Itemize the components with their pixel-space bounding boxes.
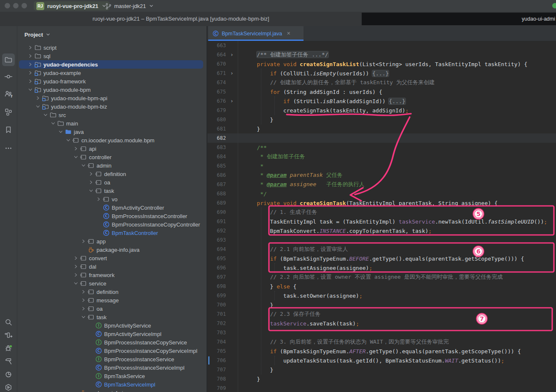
commit-icon[interactable]: [2, 70, 15, 83]
chevron-expanded-icon[interactable]: [49, 120, 57, 127]
code-line-692[interactable]: 692 BpmTaskConvert.INSTANCE.copyTo(paren…: [207, 226, 556, 235]
tree-item-service[interactable]: service: [17, 279, 207, 288]
chevron-collapsed-icon[interactable]: [72, 272, 80, 278]
tree-item-java[interactable]: java: [17, 128, 207, 136]
tree-item-definition[interactable]: definition: [17, 288, 207, 296]
chevron-expanded-icon[interactable]: [80, 314, 87, 320]
code-line-690[interactable]: 690 // 1. 生成子任务: [207, 208, 556, 217]
chevron-collapsed-icon[interactable]: [72, 263, 80, 270]
chevron-collapsed-icon[interactable]: [80, 238, 87, 245]
code-line-700[interactable]: 700 }: [207, 300, 556, 309]
chevron-collapsed-icon[interactable]: [27, 53, 34, 59]
line-number[interactable]: 670: [207, 61, 226, 67]
line-number[interactable]: 706: [207, 357, 226, 363]
code-line-698[interactable]: 698 } else {: [207, 282, 556, 291]
tree-item-bpmprocessinstancecopycontroller[interactable]: CBpmProcessInstanceCopyController: [17, 220, 207, 229]
line-number[interactable]: 698: [207, 283, 226, 289]
code-line-686[interactable]: 686 * @param parentTask 父任务: [207, 171, 556, 180]
close-window-button[interactable]: [5, 3, 10, 8]
line-number[interactable]: 705: [207, 348, 226, 354]
tree-item-main[interactable]: main: [17, 119, 207, 128]
line-number[interactable]: 676: [207, 98, 226, 104]
code-line-683[interactable]: 683 /**: [207, 143, 556, 152]
line-number[interactable]: 679: [207, 107, 226, 113]
code-line-706[interactable]: 706 updateTaskStatus(task.getId(), BpmTa…: [207, 356, 556, 365]
line-number[interactable]: 663: [207, 43, 226, 48]
code-line-670[interactable]: 670 private void createSignTaskList(List…: [207, 59, 556, 69]
code-line-679[interactable]: 679 createSignTask(taskEntity, addSignId…: [207, 106, 556, 115]
tree-item-package-info-java[interactable]: package-info.java: [17, 389, 207, 392]
chevron-collapsed-icon[interactable]: [27, 69, 34, 76]
line-number[interactable]: 685: [207, 163, 226, 169]
line-number[interactable]: 686: [207, 172, 226, 178]
code-line-705[interactable]: 705 if (BpmTaskSignTypeEnum.AFTER.getTyp…: [207, 347, 556, 356]
line-number[interactable]: 699: [207, 293, 226, 299]
code-line-693[interactable]: 693: [207, 235, 556, 245]
tree-item-bpmprocessinstancecopyserviceimpl[interactable]: CBpmProcessInstanceCopyServiceImpl: [17, 347, 207, 355]
tree-item-bpmprocessinstanceserviceimpl[interactable]: CBpmProcessInstanceServiceImpl: [17, 363, 207, 372]
code-line-675[interactable]: 675 for (String addSignId : userIds) {: [207, 87, 556, 96]
more-tools-icon[interactable]: [2, 142, 15, 155]
chevron-expanded-icon[interactable]: [42, 112, 49, 118]
code-line-688[interactable]: 688 */: [207, 189, 556, 198]
chevron-collapsed-icon[interactable]: [80, 288, 87, 295]
line-number[interactable]: 691: [207, 219, 226, 224]
background-window-titlebar[interactable]: yudao-ui-admi: [362, 13, 556, 25]
line-number[interactable]: 671: [207, 70, 226, 76]
code-line-684[interactable]: 684 * 创建加签子任务: [207, 152, 556, 161]
code-line-697[interactable]: 697 // 2.2 向后加签，设置 owner 不设置 assignee 是因…: [207, 272, 556, 282]
tab-bpmtaskserviceimpl[interactable]: C BpmTaskServiceImpl.java ✕: [208, 26, 304, 41]
tree-item-task[interactable]: task: [17, 313, 207, 321]
project-panel-header[interactable]: Project: [24, 26, 51, 43]
tree-item-controller[interactable]: controller: [17, 153, 207, 161]
line-number[interactable]: 680: [207, 117, 226, 123]
code-line-701[interactable]: 701 // 2.3 保存子任务: [207, 309, 556, 319]
line-number[interactable]: 701: [207, 311, 226, 317]
code-line-687[interactable]: 687 * @param assignee 子任务的执行人: [207, 180, 556, 189]
inout-icon[interactable]: [2, 329, 15, 341]
line-number[interactable]: 700: [207, 302, 226, 308]
tree-item-bpmactivityservice[interactable]: IBpmActivityService: [17, 321, 207, 330]
tree-item-bpmtaskcontroller[interactable]: CBpmTaskController: [17, 229, 207, 237]
tree-item-oa[interactable]: oa: [17, 304, 207, 313]
fold-arrow-icon[interactable]: ›: [226, 69, 238, 78]
line-number[interactable]: 674: [207, 80, 226, 85]
line-number[interactable]: 704: [207, 339, 226, 345]
line-number[interactable]: 702: [207, 320, 226, 326]
code-editor[interactable]: 663664› /** 创建加签子任务 ...*/670 private voi…: [207, 41, 556, 392]
line-number[interactable]: 693: [207, 237, 226, 243]
tree-item-framework[interactable]: framework: [17, 271, 207, 279]
tree-item-bpmprocessinstancecopyservice[interactable]: IBpmProcessInstanceCopyService: [17, 338, 207, 347]
code-line-704[interactable]: 704 // 3. 向后前签，设置子任务的状态为 WAIT，因为需要等父任务审批…: [207, 337, 556, 347]
line-number[interactable]: 664: [207, 52, 226, 58]
line-number[interactable]: 682: [207, 135, 226, 141]
tree-item-bpmactivityserviceimpl[interactable]: CBpmActivityServiceImpl: [17, 330, 207, 338]
line-number[interactable]: 694: [207, 246, 226, 252]
code-line-682[interactable]: 682: [207, 133, 556, 143]
chevron-collapsed-icon[interactable]: [72, 145, 80, 152]
chevron-expanded-icon[interactable]: [34, 103, 42, 110]
code-line-685[interactable]: 685 *: [207, 161, 556, 171]
code-line-699[interactable]: 699 task.setOwner(assignee);: [207, 291, 556, 300]
tree-item-bpmactivitycontroller[interactable]: CBpmActivityController: [17, 203, 207, 212]
tree-item-cn-iocoder-yudao-module-bpm[interactable]: cn.iocoder.yudao.module.bpm: [17, 136, 207, 144]
fold-arrow-icon[interactable]: ›: [226, 50, 238, 59]
chevron-expanded-icon[interactable]: [64, 137, 72, 144]
tree-item-yudao-module-bpm-biz[interactable]: yudao-module-bpm-biz: [17, 102, 207, 111]
code-line-671[interactable]: 671› if (CollUtil.isEmpty(userIds)) {...…: [207, 69, 556, 78]
fold-arrow-icon[interactable]: ›: [226, 96, 238, 106]
code-line-674[interactable]: 674 // 创建加签人的新任务，全部基于 taskEntity 为父任务来创建: [207, 78, 556, 87]
project-icon[interactable]: [2, 53, 15, 66]
code-line-696[interactable]: 696 task.setAssignee(assignee);: [207, 263, 556, 272]
chevron-expanded-icon[interactable]: [57, 128, 64, 135]
code-line-694[interactable]: 694 // 2.1 向前加签，设置审批人: [207, 245, 556, 254]
line-number[interactable]: 703: [207, 330, 226, 336]
tree-item-script[interactable]: script: [17, 43, 207, 52]
chevron-collapsed-icon[interactable]: [27, 78, 34, 85]
line-number[interactable]: 692: [207, 228, 226, 234]
tree-item-convert[interactable]: convert: [17, 254, 207, 262]
chevron-collapsed-icon[interactable]: [87, 179, 95, 186]
close-tab-icon[interactable]: ✕: [287, 31, 290, 36]
code-line-664[interactable]: 664› /** 创建加签子任务 ...*/: [207, 50, 556, 59]
tree-item-admin[interactable]: admin: [17, 161, 207, 170]
